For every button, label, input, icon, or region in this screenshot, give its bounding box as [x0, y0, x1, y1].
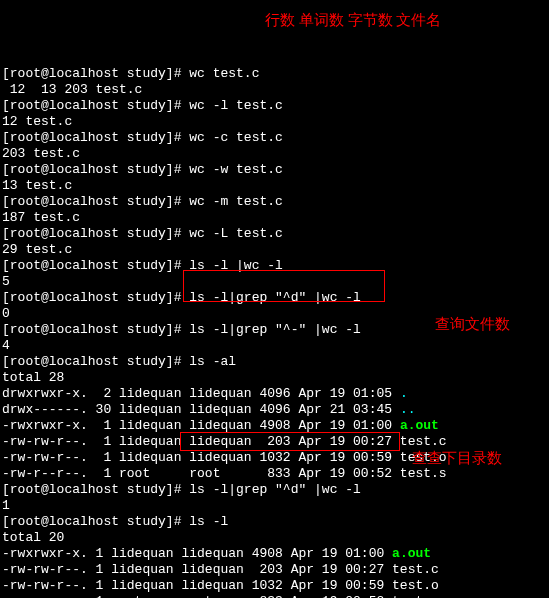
output: total 20 [2, 530, 64, 545]
file-row: -rw-r--r--. 1 root root 833 Apr 19 00:52… [2, 594, 439, 598]
cmd-line: [root@localhost study]# ls -al [2, 354, 236, 369]
file-row: -rw-rw-r--. 1 lidequan lidequan 203 Apr … [2, 562, 439, 577]
cmd-line: [root@localhost study]# wc -m test.c [2, 194, 283, 209]
note-query-dirs: 查查下目录数 [412, 450, 502, 466]
output: 12 13 203 test.c [2, 82, 142, 97]
file-row: drwxrwxr-x. 2 lidequan lidequan 4096 Apr… [2, 386, 408, 401]
terminal[interactable]: [root@localhost study]# wc test.c 12 13 … [2, 66, 549, 598]
file-row: -rwxrwxr-x. 1 lidequan lidequan 4908 Apr… [2, 546, 431, 561]
note-header: 行数 单词数 字节数 文件名 [265, 12, 441, 28]
output: 4 [2, 338, 10, 353]
output: 203 test.c [2, 146, 80, 161]
output: 1 [2, 498, 10, 513]
output: 29 test.c [2, 242, 72, 257]
cmd-line: [root@localhost study]# wc -c test.c [2, 130, 283, 145]
highlight-box-1 [183, 270, 385, 302]
file-row: -rw-r--r--. 1 root root 833 Apr 19 00:52… [2, 466, 447, 481]
output: 13 test.c [2, 178, 72, 193]
file-row: -rw-rw-r--. 1 lidequan lidequan 1032 Apr… [2, 450, 447, 465]
file-row: -rwxrwxr-x. 1 lidequan lidequan 4908 Apr… [2, 418, 439, 433]
output: 5 [2, 274, 10, 289]
file-row: -rw-rw-r--. 1 lidequan lidequan 1032 Apr… [2, 578, 439, 593]
highlight-box-2 [180, 432, 400, 451]
cmd-line: [root@localhost study]# wc -w test.c [2, 162, 283, 177]
cmd-line: [root@localhost study]# ls -l|grep "^d" … [2, 482, 361, 497]
output: 0 [2, 306, 10, 321]
cmd-line: [root@localhost study]# wc -l test.c [2, 98, 283, 113]
output: 12 test.c [2, 114, 72, 129]
cmd-line: [root@localhost study]# ls -l|grep "^-" … [2, 322, 361, 337]
cmd-line: [root@localhost study]# wc test.c [2, 66, 259, 81]
note-query-files: 查询文件数 [435, 316, 510, 332]
file-row: drwx------. 30 lidequan lidequan 4096 Ap… [2, 402, 415, 417]
cmd-line: [root@localhost study]# ls -l [2, 514, 228, 529]
cmd-line: [root@localhost study]# wc -L test.c [2, 226, 283, 241]
output: total 28 [2, 370, 64, 385]
output: 187 test.c [2, 210, 80, 225]
